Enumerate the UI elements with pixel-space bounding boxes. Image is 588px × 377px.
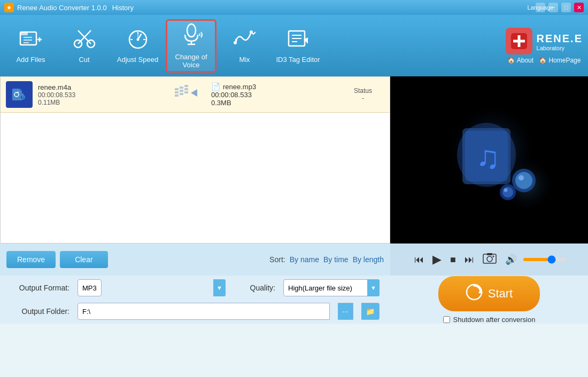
logo-subtitle: Laboratory	[537, 45, 583, 51]
input-duration: 00:00:08.533	[38, 91, 163, 99]
maximize-button[interactable]: □	[561, 3, 571, 12]
player-controls: ⏮ ▶ ■ ⏭ 🔊	[390, 244, 588, 276]
change-of-voice-label: Change of Voice	[170, 53, 212, 69]
volume-slider[interactable]	[523, 258, 566, 261]
svg-point-14	[136, 38, 139, 41]
file-list: renee.m4a 00:00:08.533 0.11MB	[0, 76, 390, 244]
svg-rect-38	[180, 87, 183, 89]
adjust-speed-button[interactable]: Adjust Speed	[112, 19, 163, 73]
svg-point-58	[504, 188, 508, 192]
logo-name: RENE.E	[537, 33, 583, 45]
svg-rect-40	[175, 91, 179, 93]
svg-point-22	[234, 41, 237, 44]
format-row: Output Format: MP3 Quality: High(Larger …	[11, 279, 380, 296]
mix-button[interactable]: Mix	[219, 19, 270, 73]
svg-marker-46	[191, 89, 197, 97]
about-link[interactable]: 🏠 About	[507, 57, 533, 64]
titlebar: ★ Renee Audio Converter 1.0.0 History La…	[0, 0, 588, 15]
folder-label: Output Folder:	[11, 307, 69, 316]
svg-rect-45	[184, 91, 188, 93]
play-button[interactable]: ▶	[430, 250, 444, 269]
open-folder-button[interactable]: 📁	[361, 303, 380, 320]
volume-button[interactable]: 🔊	[503, 252, 519, 268]
browse-button[interactable]: ···	[338, 303, 353, 320]
sort-by-length[interactable]: By length	[353, 255, 384, 264]
svg-rect-39	[184, 85, 188, 87]
cut-button[interactable]: Cut	[59, 19, 110, 73]
folder-row: Output Folder: ··· 📁	[11, 303, 380, 320]
adjust-speed-label: Adjust Speed	[117, 56, 158, 64]
table-row[interactable]: renee.m4a 00:00:08.533 0.11MB	[1, 77, 390, 113]
folder-input[interactable]	[78, 303, 330, 320]
output-row: Output Format: MP3 Quality: High(Larger …	[0, 276, 588, 324]
format-select[interactable]: MP3	[78, 279, 102, 296]
homepage-icon: 🏠	[539, 57, 547, 64]
skip-back-button[interactable]: ⏮	[412, 252, 426, 268]
svg-point-60	[487, 256, 492, 262]
quality-select[interactable]: High(Larger file size)	[283, 279, 380, 296]
id3-tag-editor-icon	[287, 28, 310, 52]
add-files-icon	[19, 28, 43, 52]
app-title: Renee Audio Converter 1.0.0	[17, 4, 107, 12]
shutdown-row: Shutdown after conversion	[443, 316, 536, 324]
sort-by-name[interactable]: By name	[290, 255, 319, 264]
add-files-button[interactable]: Add Files	[5, 19, 56, 73]
cut-icon	[73, 28, 96, 52]
id3-tag-editor-button[interactable]: ID3 Tag Editor	[273, 19, 323, 73]
shutdown-label: Shutdown after conversion	[453, 316, 536, 324]
input-file-info: renee.m4a 00:00:08.533 0.11MB	[38, 83, 163, 106]
stop-button[interactable]: ■	[448, 252, 458, 268]
home-icon: 🏠	[507, 57, 515, 64]
svg-point-55	[519, 175, 524, 180]
svg-rect-44	[180, 93, 183, 95]
start-button[interactable]: Start	[438, 276, 540, 311]
screenshot-button[interactable]	[481, 250, 499, 269]
shutdown-checkbox[interactable]	[443, 316, 450, 323]
format-label: Output Format:	[11, 284, 69, 292]
svg-rect-34	[22, 93, 24, 98]
sort-area: Sort: By name By time By length	[269, 255, 384, 264]
status-area: Status -	[342, 87, 384, 102]
close-button[interactable]: ✕	[574, 3, 584, 12]
skip-forward-button[interactable]: ⏭	[462, 252, 476, 268]
mix-label: Mix	[239, 56, 250, 64]
format-select-wrapper: MP3	[78, 279, 230, 296]
minimize-button[interactable]: −	[548, 3, 558, 12]
cut-label: Cut	[79, 56, 89, 64]
change-of-voice-icon	[180, 23, 203, 50]
start-area: Start Shutdown after conversion	[390, 276, 588, 324]
start-icon	[466, 284, 483, 304]
svg-rect-43	[175, 95, 179, 97]
preview-panel: ♫	[390, 76, 588, 244]
clear-button[interactable]: Clear	[60, 251, 107, 268]
svg-rect-61	[487, 253, 492, 255]
svg-point-57	[502, 187, 513, 198]
bottom-controls: Remove Clear Sort: By name By time By le…	[0, 244, 390, 276]
add-files-label: Add Files	[16, 56, 45, 64]
change-of-voice-button[interactable]: Change of Voice	[166, 19, 216, 73]
language-button[interactable]: Language	[536, 3, 545, 12]
sort-by-time[interactable]: By time	[323, 255, 349, 264]
svg-text:♫: ♫	[476, 139, 500, 175]
status-label: Status	[342, 87, 384, 95]
bottom-row: Remove Clear Sort: By name By time By le…	[0, 244, 588, 276]
adjust-speed-icon	[126, 28, 150, 52]
convert-arrow	[168, 85, 206, 105]
output-duration: 00:00:08.533	[211, 91, 336, 99]
remove-button[interactable]: Remove	[6, 251, 56, 268]
sort-label: Sort:	[269, 255, 285, 264]
output-file-icon: 📄	[211, 82, 220, 91]
svg-rect-42	[184, 88, 188, 90]
toolbar: Add Files Cut Adjust Spee	[0, 15, 588, 76]
logo-icon	[506, 28, 532, 54]
logo-area: RENE.E Laboratory 🏠 About 🏠 HomePage	[506, 28, 583, 64]
svg-point-54	[515, 172, 532, 189]
homepage-link[interactable]: 🏠 HomePage	[539, 57, 581, 64]
mix-icon	[233, 28, 257, 52]
svg-point-62	[492, 255, 494, 257]
quality-label: Quality:	[238, 284, 275, 292]
app-icon: ★	[4, 3, 14, 12]
file-thumbnail	[6, 81, 33, 108]
quality-wrapper: High(Larger file size)	[283, 279, 380, 296]
id3-tag-editor-label: ID3 Tag Editor	[276, 56, 320, 64]
